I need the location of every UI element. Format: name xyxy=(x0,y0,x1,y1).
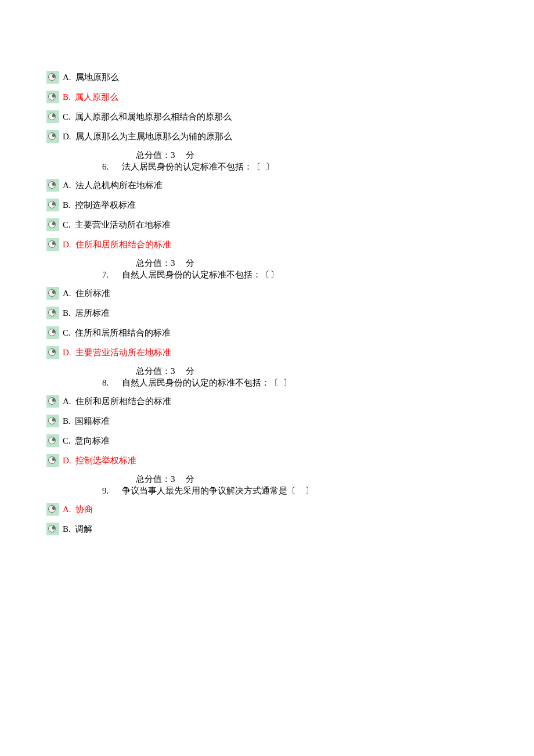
option-label: B. 国籍标准 xyxy=(63,416,110,426)
question-stem: 7. 自然人居民身份的认定标准不包括：〔〕 xyxy=(102,269,488,280)
radio-icon[interactable] xyxy=(46,218,59,231)
option-label: B. 调解 xyxy=(63,524,92,534)
question-stem: 9. 争议当事人最先采用的争议解决方式通常是〔 〕 xyxy=(102,485,488,496)
option-row[interactable]: B. 居所标准 xyxy=(46,307,488,319)
option-row[interactable]: A. 协商 xyxy=(46,503,488,516)
option-label: D. 主要营业活动所在地标准 xyxy=(63,347,171,358)
option-label: A. 协商 xyxy=(63,504,93,514)
option-row[interactable]: B. 国籍标准 xyxy=(46,415,488,427)
option-label: C. 主要营业活动所在地标准 xyxy=(63,219,171,230)
radio-icon[interactable] xyxy=(46,434,59,447)
option-row[interactable]: B. 调解 xyxy=(46,523,488,535)
option-label: A. 属地原那么 xyxy=(63,72,119,82)
option-label: D. 属人原那么为主属地原那么为辅的原那么 xyxy=(63,131,232,142)
option-row[interactable]: D. 主要营业活动所在地标准 xyxy=(46,346,488,359)
radio-icon[interactable] xyxy=(46,503,59,516)
radio-icon[interactable] xyxy=(46,110,59,123)
option-label: D. 住所和居所相结合的标准 xyxy=(63,239,171,250)
option-label: D. 控制选举权标准 xyxy=(63,455,136,466)
option-row[interactable]: A. 法人总机构所在地标准 xyxy=(46,179,488,192)
radio-icon[interactable] xyxy=(46,287,59,300)
option-label: A. 住所和居所相结合的标准 xyxy=(63,396,171,406)
option-label: C. 意向标准 xyxy=(63,435,110,446)
radio-icon[interactable] xyxy=(46,179,59,192)
question-score: 总分值：3 分 xyxy=(136,150,488,160)
radio-icon[interactable] xyxy=(46,346,59,359)
radio-icon[interactable] xyxy=(46,91,59,103)
option-row[interactable]: B. 控制选举权标准 xyxy=(46,199,488,211)
option-label: C. 属人原那么和属地原那么相结合的原那么 xyxy=(63,111,232,122)
option-row[interactable]: A. 住所标准 xyxy=(46,287,488,300)
radio-icon[interactable] xyxy=(46,307,59,319)
question-score: 总分值：3 分 xyxy=(136,474,488,484)
option-row[interactable]: B. 属人原那么 xyxy=(46,91,488,103)
option-label: B. 属人原那么 xyxy=(63,92,118,102)
option-row[interactable]: D. 住所和居所相结合的标准 xyxy=(46,238,488,251)
option-row[interactable]: D. 属人原那么为主属地原那么为辅的原那么 xyxy=(46,130,488,143)
option-label: A. 住所标准 xyxy=(63,288,110,298)
option-row[interactable]: A. 住所和居所相结合的标准 xyxy=(46,395,488,408)
option-row[interactable]: D. 控制选举权标准 xyxy=(46,454,488,467)
radio-icon[interactable] xyxy=(46,199,59,211)
questions-list: A. 属地原那么B. 属人原那么C. 属人原那么和属地原那么相结合的原那么D. … xyxy=(46,71,488,535)
radio-icon[interactable] xyxy=(46,326,59,339)
option-row[interactable]: A. 属地原那么 xyxy=(46,71,488,84)
radio-icon[interactable] xyxy=(46,415,59,427)
option-row[interactable]: C. 主要营业活动所在地标准 xyxy=(46,218,488,231)
option-label: B. 控制选举权标准 xyxy=(63,200,136,210)
question-stem: 8. 自然人居民身份的认定的标准不包括：〔 〕 xyxy=(102,377,488,388)
radio-icon[interactable] xyxy=(46,454,59,467)
option-row[interactable]: C. 住所和居所相结合的标准 xyxy=(46,326,488,339)
question-score: 总分值：3 分 xyxy=(136,366,488,376)
radio-icon[interactable] xyxy=(46,395,59,408)
radio-icon[interactable] xyxy=(46,238,59,251)
question-score: 总分值：3 分 xyxy=(136,258,488,268)
option-label: A. 法人总机构所在地标准 xyxy=(63,180,163,190)
option-label: C. 住所和居所相结合的标准 xyxy=(63,327,171,338)
radio-icon[interactable] xyxy=(46,523,59,535)
radio-icon[interactable] xyxy=(46,130,59,143)
option-row[interactable]: C. 属人原那么和属地原那么相结合的原那么 xyxy=(46,110,488,123)
radio-icon[interactable] xyxy=(46,71,59,84)
option-label: B. 居所标准 xyxy=(63,308,110,318)
question-stem: 6. 法人居民身份的认定标准不包括：〔 〕 xyxy=(102,161,488,172)
option-row[interactable]: C. 意向标准 xyxy=(46,434,488,447)
